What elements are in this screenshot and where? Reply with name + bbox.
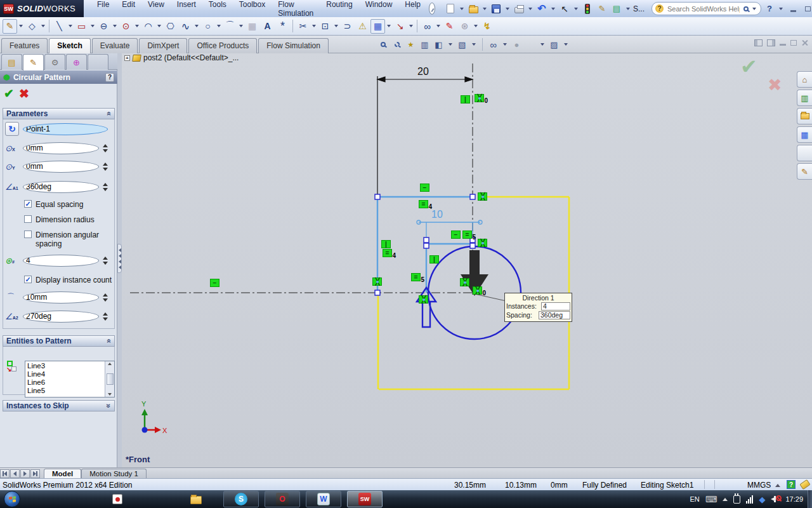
convert-dropdown-arrow[interactable] [334,25,338,27]
section-view-button[interactable]: ▥ [419,39,430,50]
pattern-angle-input[interactable] [23,181,99,193]
taskbar-opera-button[interactable]: O [265,491,300,507]
part-name[interactable]: post2 (Default<<Default>_... [143,53,239,62]
entities-listbox[interactable]: Line3 Line4 Line6 Line5 [25,361,115,398]
dropbox-icon[interactable]: ◆ [759,495,765,504]
pattern-center-input[interactable] [23,123,108,135]
count-spinner[interactable] [103,257,108,265]
polygon-button[interactable]: ⎔ [163,19,178,34]
vertical-relation-icon[interactable]: | [381,240,391,248]
start-button[interactable] [4,491,20,507]
tab-featuremanager[interactable]: ▤ [1,54,22,70]
tab-displaymanager[interactable] [88,54,108,70]
offset-entities-button[interactable]: ⊃ [340,19,355,34]
radius-manipulator-arrow[interactable] [417,288,436,327]
save-dropdown-arrow[interactable] [506,8,509,10]
circle-dropdown-arrow[interactable] [135,25,139,27]
volume-muted-icon[interactable] [771,495,780,503]
app-restore-button[interactable] [802,4,812,13]
pattern-dropdown-arrow[interactable] [387,25,391,27]
feature-tree-flyout[interactable]: + post2 (Default<<Default>_... [124,53,239,62]
taskbar-solidworks-button[interactable]: SW [347,491,383,507]
expand-pane-button[interactable] [767,39,775,46]
realview-button[interactable] [525,39,536,50]
power-plug-icon[interactable] [733,495,740,504]
orientation-dropdown-arrow[interactable] [449,43,452,46]
horizontal-relation-icon[interactable]: − [420,184,429,192]
magic-wand-button[interactable]: ★ [405,39,416,50]
confirmation-ok-icon[interactable]: ✔ [740,55,757,79]
sketch-dropdown-arrow[interactable] [19,25,23,27]
horizontal-relation-icon[interactable]: − [210,279,219,287]
custom-properties-tab[interactable]: ✎ [797,163,812,180]
undo-dropdown-arrow[interactable] [551,8,555,10]
search-dropdown-arrow[interactable] [752,8,756,10]
doc-restore-button[interactable] [790,40,797,46]
keyboard-layout-icon[interactable]: ⌨ [705,495,717,504]
dimension-10-value[interactable]: 10 [431,209,443,220]
scene-dropdown-arrow[interactable] [564,43,568,46]
plane-button[interactable]: ▦ [245,19,259,34]
list-item[interactable]: Line6 [27,378,103,387]
radius-spinner[interactable] [103,293,108,302]
scrollbar-thumb[interactable] [107,373,114,385]
tab-sketch[interactable]: Sketch [49,38,90,53]
realview-dropdown-arrow[interactable] [540,43,544,46]
tab-propertymanager[interactable]: ✎ [23,54,44,70]
list-item[interactable]: Line3 [27,362,103,370]
tab-evaluate[interactable]: Evaluate [92,38,138,53]
toolbar-overflow-label[interactable]: S... [633,4,645,13]
line-button[interactable]: ╲ [52,19,67,34]
select-dropdown-arrow[interactable] [574,8,578,10]
app-minimize-button[interactable] [788,4,799,13]
open-button[interactable] [467,3,480,15]
confirmation-cancel-icon[interactable]: ✖ [768,75,782,95]
prev-tab-button[interactable] [10,469,20,478]
tab-office-products[interactable]: Office Products [188,38,257,53]
help-dropdown-arrow[interactable] [779,8,783,10]
coincident-relation-icon[interactable]: ╳ [478,239,487,247]
relations-dropdown-arrow[interactable] [436,25,440,27]
show-desktop-button[interactable] [808,490,812,508]
open-dropdown-arrow[interactable] [483,8,487,10]
fillet-button[interactable]: ⌒ [223,19,237,34]
appearances-tab[interactable] [797,145,812,161]
instances-value[interactable]: 4 [541,302,570,311]
parameters-group-header[interactable]: Parameters » [3,108,115,119]
arc-angle-input[interactable] [23,311,99,323]
trim-entities-button[interactable]: ✂ [296,19,310,34]
add-relation-button[interactable]: ✎ [442,19,457,34]
first-tab-button[interactable] [0,469,10,478]
splitter-handle[interactable] [117,244,122,273]
tab-model[interactable]: Model [44,469,81,478]
view-orientation-button[interactable]: ◧ [433,39,444,50]
taskbar-explorer-icon[interactable] [188,491,204,507]
equal-relation-icon[interactable]: =4 [383,249,392,257]
tab-configurationmanager[interactable]: ⚙ [44,54,65,70]
spacing-value[interactable]: 360deg [539,311,570,319]
coincident-relation-icon[interactable]: ╳ [478,192,487,201]
zoom-fit-button[interactable] [377,39,388,50]
ellipse-dropdown-arrow[interactable] [217,25,221,27]
dimension-dropdown-arrow[interactable] [41,25,45,27]
collapse-pane-button[interactable] [754,39,763,46]
sketch-tool-button[interactable]: ✎ [3,19,17,34]
fillet-dropdown-arrow[interactable] [239,25,243,27]
task-list-button[interactable]: ▤ [610,3,623,15]
units-dropdown-arrow[interactable] [775,484,780,487]
smart-dimension-button[interactable]: ◇ [25,19,39,34]
network-signal-icon[interactable] [746,495,753,504]
vertical-relation-icon[interactable]: | [461,95,470,104]
coincident-relation-icon[interactable]: ╳ [460,278,469,286]
dimension-20-value[interactable]: 20 [417,66,429,77]
move-dropdown-arrow[interactable] [409,25,413,27]
tab-features[interactable]: Features [1,38,48,53]
vertical-relation-icon[interactable]: | [429,255,439,264]
save-button[interactable] [490,3,502,15]
resources-tab[interactable]: ▥ [797,90,812,106]
linear-pattern-button[interactable]: ▦ [370,19,385,34]
center-y-spinner[interactable] [103,163,108,171]
rectangle-dropdown-arrow[interactable] [91,25,95,27]
coincident-relation-icon[interactable]: ╳ [419,295,428,304]
horizontal-relation-icon[interactable]: − [451,231,461,239]
